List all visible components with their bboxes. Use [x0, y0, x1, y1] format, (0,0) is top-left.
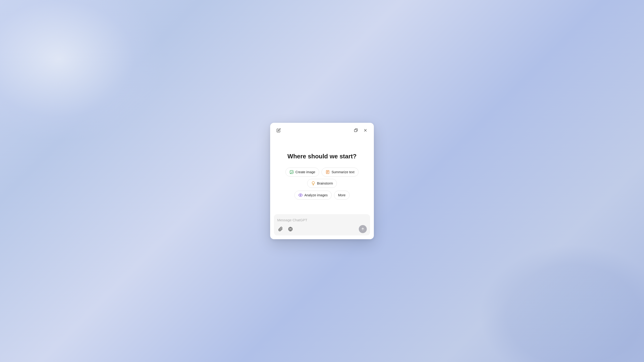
brainstorm-button[interactable]: Brainstorm: [307, 179, 337, 188]
suggestions-row-1: Create image Summarize text: [280, 168, 364, 188]
analyze-images-label: Analyze images: [304, 193, 328, 197]
paperclip-icon: [278, 227, 283, 232]
close-button[interactable]: [362, 126, 369, 134]
send-button[interactable]: [359, 225, 367, 233]
dialog-footer: [270, 212, 374, 239]
dialog-header: [270, 123, 374, 136]
dialog-body: Where should we start? Create image: [270, 136, 374, 212]
more-label: More: [338, 193, 346, 197]
more-button[interactable]: More: [334, 191, 350, 200]
brainstorm-label: Brainstorm: [317, 182, 333, 185]
svg-rect-0: [354, 130, 357, 132]
new-chat-button[interactable]: [275, 126, 282, 134]
create-image-label: Create image: [295, 170, 315, 174]
summarize-text-button[interactable]: Summarize text: [322, 168, 358, 176]
suggestions-row-2: Analyze images More: [294, 191, 350, 200]
header-right: [352, 126, 369, 134]
maximize-icon: [354, 128, 358, 132]
message-input[interactable]: [277, 217, 367, 223]
chat-dialog: Where should we start? Create image: [270, 123, 374, 239]
svg-point-4: [291, 171, 291, 172]
input-toolbar-left: [277, 226, 294, 232]
attach-button[interactable]: [277, 226, 284, 232]
close-icon: [363, 128, 368, 132]
analyze-images-button[interactable]: Analyze images: [294, 191, 332, 200]
create-image-icon: [290, 170, 294, 174]
summarize-text-label: Summarize text: [332, 170, 354, 174]
maximize-button[interactable]: [352, 126, 360, 134]
svg-point-10: [300, 195, 301, 196]
input-toolbar: [277, 225, 367, 233]
send-icon: [361, 227, 365, 231]
header-left: [275, 126, 282, 134]
web-search-button[interactable]: [287, 226, 294, 232]
main-title: Where should we start?: [287, 153, 356, 160]
brainstorm-icon: [311, 181, 316, 186]
edit-icon: [276, 128, 281, 132]
globe-icon: [288, 227, 293, 232]
summarize-icon: [326, 170, 330, 174]
input-area: [274, 214, 370, 236]
analyze-icon: [298, 193, 303, 197]
create-image-button[interactable]: Create image: [286, 168, 319, 176]
